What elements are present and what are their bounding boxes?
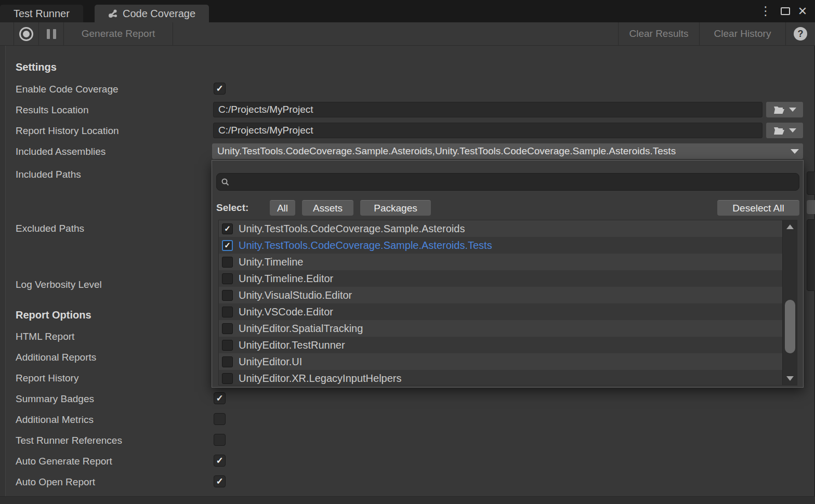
help-icon: ? <box>794 27 807 41</box>
report-history-folder-button[interactable] <box>766 123 803 138</box>
results-location-folder-button[interactable] <box>766 102 803 117</box>
assembly-checkbox[interactable] <box>222 373 233 384</box>
toolbar-spacer <box>0 22 14 45</box>
additional-metrics-checkbox[interactable] <box>214 413 226 425</box>
summary-badges-checkbox[interactable]: ✓ <box>214 392 226 404</box>
search-icon <box>221 178 230 187</box>
excluded-paths-field-edge <box>807 219 815 291</box>
results-location-label: Results Location <box>16 103 88 117</box>
assemblies-popup: Select: All Assets Packages Deselect All… <box>212 160 804 388</box>
folder-dropdown-arrow-icon <box>789 128 796 132</box>
assembly-list-scrollbar[interactable] <box>782 220 797 385</box>
included-paths-label: Included Paths <box>16 167 81 181</box>
assembly-name: Unity.VisualStudio.Editor <box>239 289 352 301</box>
clear-results-label: Clear Results <box>629 28 688 39</box>
additional-reports-label: Additional Reports <box>16 350 96 364</box>
close-icon[interactable]: ✕ <box>795 0 810 22</box>
select-label: Select: <box>216 200 248 216</box>
scroll-up-icon[interactable] <box>786 224 794 229</box>
auto-generate-report-label: Auto Generate Report <box>16 454 112 468</box>
assembly-checkbox[interactable] <box>222 323 233 334</box>
deselect-all-button[interactable]: Deselect All <box>717 200 799 216</box>
assembly-name: Unity.VSCode.Editor <box>239 306 333 318</box>
assembly-checkbox[interactable] <box>222 290 233 301</box>
clear-history-button[interactable]: Clear History <box>699 22 785 45</box>
help-button[interactable]: ? <box>785 22 815 45</box>
assembly-row[interactable]: Unity.VisualStudio.Editor <box>219 287 797 303</box>
assembly-name: UnityEditor.UI <box>239 356 302 368</box>
html-report-label: HTML Report <box>16 329 74 343</box>
record-button[interactable] <box>14 22 39 45</box>
results-location-input[interactable] <box>213 102 763 117</box>
scrollbar-thumb[interactable] <box>785 300 795 353</box>
left-edge-line <box>5 46 6 496</box>
assembly-list: ✓ Unity.TestTools.CodeCoverage.Sample.As… <box>218 220 797 386</box>
dropdown-arrow-icon <box>791 149 799 154</box>
auto-open-report-checkbox[interactable]: ✓ <box>214 475 226 487</box>
test-runner-references-label: Test Runner References <box>16 433 122 447</box>
included-assemblies-dropdown[interactable]: Unity.TestTools.CodeCoverage.Sample.Aste… <box>212 143 803 159</box>
code-coverage-icon <box>108 9 118 19</box>
select-all-button[interactable]: All <box>270 200 295 216</box>
clear-results-button[interactable]: Clear Results <box>618 22 699 45</box>
assembly-row[interactable]: UnityEditor.UI <box>219 353 797 370</box>
pause-button[interactable] <box>39 22 64 45</box>
assembly-checkbox[interactable]: ✓ <box>222 240 233 251</box>
assembly-checkbox[interactable] <box>222 257 233 268</box>
select-packages-button[interactable]: Packages <box>360 200 431 216</box>
window-menu-icon[interactable]: ⋮ <box>758 0 773 22</box>
folder-open-icon <box>773 105 785 114</box>
assembly-name: Unity.Timeline.Editor <box>239 273 333 285</box>
report-history-location-input[interactable] <box>213 123 763 138</box>
assembly-checkbox[interactable] <box>222 273 233 284</box>
report-options-section-title: Report Options <box>16 308 91 322</box>
assembly-checkbox[interactable] <box>222 356 233 367</box>
assembly-row[interactable]: ✓ Unity.TestTools.CodeCoverage.Sample.As… <box>219 220 797 237</box>
auto-generate-report-checkbox[interactable]: ✓ <box>214 455 226 467</box>
select-assets-button[interactable]: Assets <box>302 200 353 216</box>
settings-section-title: Settings <box>16 60 57 74</box>
assembly-row[interactable]: Unity.VSCode.Editor <box>219 303 797 320</box>
assembly-checkbox[interactable]: ✓ <box>222 223 233 234</box>
toolbar-fill <box>173 22 618 45</box>
tab-code-coverage[interactable]: Code Coverage <box>95 5 209 22</box>
auto-open-report-label: Auto Open Report <box>16 475 95 489</box>
tab-test-runner-label: Test Runner <box>14 8 70 20</box>
included-paths-button-edge <box>807 200 815 214</box>
assembly-row[interactable]: Unity.Timeline.Editor <box>219 270 797 287</box>
test-runner-references-checkbox[interactable] <box>214 434 226 446</box>
summary-badges-label: Summary Badges <box>16 392 94 406</box>
log-verbosity-level-label: Log Verbosity Level <box>16 277 102 291</box>
toolbar: Generate Report Clear Results Clear Hist… <box>0 22 815 46</box>
assembly-name: UnityEditor.SpatialTracking <box>239 323 363 335</box>
excluded-paths-label: Excluded Paths <box>16 221 84 235</box>
generate-report-label: Generate Report <box>82 28 155 39</box>
folder-dropdown-arrow-icon <box>789 108 796 112</box>
code-coverage-window: { "tab_bar": { "tabs": [ { "label": "Tes… <box>0 0 815 504</box>
assembly-row[interactable]: UnityEditor.SpatialTracking <box>219 320 797 337</box>
pause-icon <box>47 29 56 39</box>
assembly-row[interactable]: UnityEditor.XR.LegacyInputHelpers <box>219 370 797 386</box>
assembly-checkbox[interactable] <box>222 307 233 317</box>
clear-history-label: Clear History <box>714 28 771 39</box>
assembly-row[interactable]: Unity.Timeline <box>219 254 797 270</box>
assembly-row[interactable]: ✓ Unity.TestTools.CodeCoverage.Sample.As… <box>219 237 797 254</box>
assembly-search-input[interactable] <box>230 177 795 188</box>
generate-report-button[interactable]: Generate Report <box>64 22 173 45</box>
enable-code-coverage-label: Enable Code Coverage <box>16 82 119 96</box>
tab-test-runner[interactable]: Test Runner <box>0 5 83 22</box>
select-row: Select: All Assets Packages Deselect All <box>216 200 799 216</box>
report-history-label: Report History <box>16 371 78 385</box>
assembly-row[interactable]: UnityEditor.TestRunner <box>219 337 797 353</box>
maximize-icon[interactable] <box>778 0 793 22</box>
included-assemblies-value: Unity.TestTools.CodeCoverage.Sample.Aste… <box>217 145 790 157</box>
scroll-down-icon[interactable] <box>786 376 794 381</box>
included-paths-field-edge <box>807 171 815 195</box>
assembly-name: UnityEditor.TestRunner <box>239 339 345 351</box>
assembly-search-box[interactable] <box>216 173 799 191</box>
assembly-name: Unity.Timeline <box>239 256 303 268</box>
left-edge-strip <box>0 46 5 496</box>
enable-code-coverage-checkbox[interactable]: ✓ <box>214 83 226 95</box>
assembly-checkbox[interactable] <box>222 340 233 351</box>
folder-open-icon <box>773 126 785 135</box>
